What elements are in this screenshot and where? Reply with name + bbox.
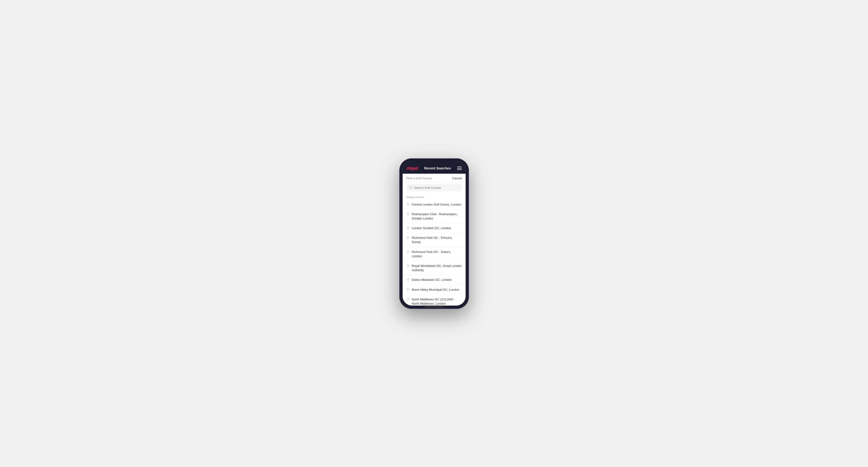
svg-point-5 [407,237,408,238]
menu-line-3 [457,169,462,170]
app-logo: clippd [406,166,418,171]
find-label: Find a Golf Course [406,177,432,180]
svg-line-1 [411,188,412,189]
pin-icon [406,298,409,301]
svg-point-10 [407,299,408,300]
course-name: North Middlesex GC (1011942 - North Midd… [412,297,462,306]
nearby-courses-section: Nearby courses Central London Golf Centr… [403,194,466,306]
course-list-item[interactable]: Richmond Park GC - Duke's, London [403,247,466,261]
pin-icon [406,203,409,206]
search-icon [409,186,412,189]
course-list: Central London Golf Centre, London Roeha… [403,200,466,306]
search-input[interactable] [414,186,459,189]
pin-icon [406,288,409,291]
svg-point-8 [407,279,408,280]
course-list-item[interactable]: Royal Wimbledon GC, Great London Authori… [403,261,466,275]
menu-line-2 [457,168,462,168]
app-header: clippd Recent Searches [403,162,466,174]
svg-point-4 [407,227,408,228]
course-list-item[interactable]: Central London Golf Centre, London [403,200,466,210]
svg-point-9 [407,289,408,289]
svg-point-6 [407,251,408,252]
course-name: London Scottish GC, London [412,226,451,230]
menu-line-1 [457,166,462,167]
home-indicator [425,307,443,308]
pin-icon [406,278,409,282]
course-list-item[interactable]: Richmond Park GC - Prince's, Surrey [403,233,466,247]
course-name: Royal Wimbledon GC, Great London Authori… [412,264,462,272]
course-list-item[interactable]: North Middlesex GC (1011942 - North Midd… [403,295,466,306]
cancel-button[interactable]: Cancel [452,177,462,180]
pin-icon [406,212,409,216]
svg-point-2 [407,204,408,205]
search-bar-wrapper [403,182,466,194]
course-name: Richmond Park GC - Prince's, Surrey [412,236,462,244]
course-list-item[interactable]: Roehampton Club - Roehampton, Greater Lo… [403,210,466,223]
course-name: Roehampton Club - Roehampton, Greater Lo… [412,212,462,221]
pin-icon [406,264,409,268]
svg-point-3 [407,213,408,214]
search-container: Find a Golf Course Cancel Nearby courses [403,174,466,306]
course-name: Brent Valley Municipal GC, London [412,288,459,292]
menu-icon[interactable] [457,166,462,170]
pin-icon [406,236,409,240]
course-name: Central London Golf Centre, London [412,203,461,207]
search-bar[interactable] [406,184,462,191]
phone-shell: clippd Recent Searches Find a Golf Cours… [399,158,469,309]
phone-screen: clippd Recent Searches Find a Golf Cours… [403,162,466,306]
find-header: Find a Golf Course Cancel [403,174,466,182]
course-list-item[interactable]: Brent Valley Municipal GC, London [403,285,466,295]
app-title: Recent Searches [424,166,451,170]
pin-icon [406,226,409,230]
nearby-label: Nearby courses [403,194,466,200]
course-list-item[interactable]: London Scottish GC, London [403,223,466,233]
course-list-item[interactable]: Dukes Meadows GC, London [403,275,466,285]
pin-icon [406,250,409,254]
course-name: Richmond Park GC - Duke's, London [412,250,462,258]
course-name: Dukes Meadows GC, London [412,278,452,282]
svg-point-7 [407,265,408,266]
